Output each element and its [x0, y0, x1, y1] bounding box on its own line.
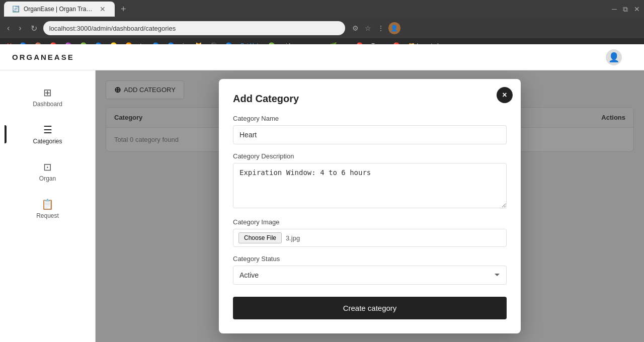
user-avatar[interactable]: 👤	[606, 49, 622, 65]
minimize-button[interactable]: ─	[612, 5, 617, 13]
address-text: localhost:3000/admin/dashboard/categorie…	[49, 25, 176, 32]
request-icon: 📋	[41, 198, 54, 210]
category-status-group: Category Status Active Inactive	[233, 255, 507, 285]
sidebar-item-categories[interactable]: ☰ Categories	[13, 118, 83, 151]
add-category-modal: Add Category × Category Name Category De…	[219, 79, 521, 333]
reload-button[interactable]: ↻	[28, 22, 40, 35]
sidebar-item-organ[interactable]: ⊡ Organ	[13, 155, 83, 188]
category-description-label: Category Description	[233, 152, 507, 160]
organ-icon: ⊡	[43, 161, 52, 173]
extensions-icon[interactable]: ⚙	[350, 22, 361, 34]
file-name-display: 3.jpg	[286, 234, 300, 242]
choose-file-button[interactable]: Choose File	[238, 232, 282, 243]
modal-overlay[interactable]: Add Category × Category Name Category De…	[96, 70, 644, 342]
category-description-group: Category Description Expiration Window: …	[233, 152, 507, 210]
back-button[interactable]: ‹	[4, 22, 13, 35]
category-status-label: Category Status	[233, 255, 507, 263]
tab-favicon: 🔄	[12, 6, 20, 13]
sidebar: ⊞ Dashboard ☰ Categories ⊡ Organ 📋 Reque…	[0, 70, 96, 342]
menu-icon[interactable]: ⋮	[375, 22, 386, 34]
active-indicator	[5, 125, 7, 143]
app-logo: ORGANEASE	[12, 53, 74, 61]
create-category-button[interactable]: Create category	[233, 297, 507, 319]
category-name-label: Category Name	[233, 115, 507, 122]
category-status-select[interactable]: Active Inactive	[233, 266, 507, 285]
category-name-input[interactable]	[233, 125, 507, 144]
category-description-input[interactable]: Expiration Window: 4 to 6 hours	[233, 163, 507, 208]
star-icon[interactable]: ☆	[363, 22, 373, 34]
user-avatar-wrap: 👤	[596, 49, 632, 65]
category-name-group: Category Name	[233, 115, 507, 144]
close-button[interactable]: ✕	[634, 5, 640, 13]
modal-title: Add Category	[233, 93, 507, 105]
tab-close-button[interactable]: ✕	[99, 5, 107, 13]
restore-button[interactable]: ⧉	[623, 5, 628, 14]
sidebar-item-dashboard[interactable]: ⊞ Dashboard	[13, 80, 83, 114]
profile-icon[interactable]: 👤	[388, 22, 400, 34]
sidebar-item-request[interactable]: 📋 Request	[13, 192, 83, 225]
categories-icon: ☰	[43, 124, 52, 136]
category-image-group: Category Image Choose File 3.jpg	[233, 218, 507, 247]
window-controls: ─ ⧉ ✕	[612, 5, 640, 14]
browser-tab[interactable]: 🔄 OrganEase | Organ Transfer ✕	[4, 2, 115, 17]
address-bar[interactable]: localhost:3000/admin/dashboard/categorie…	[43, 21, 345, 35]
dashboard-icon: ⊞	[43, 87, 52, 99]
forward-button[interactable]: ›	[16, 22, 24, 35]
new-tab-button[interactable]: +	[119, 2, 128, 17]
modal-close-button[interactable]: ×	[497, 87, 513, 103]
tab-title: OrganEase | Organ Transfer	[24, 6, 95, 13]
category-image-label: Category Image	[233, 218, 507, 226]
file-input-wrapper: Choose File 3.jpg	[233, 229, 507, 247]
